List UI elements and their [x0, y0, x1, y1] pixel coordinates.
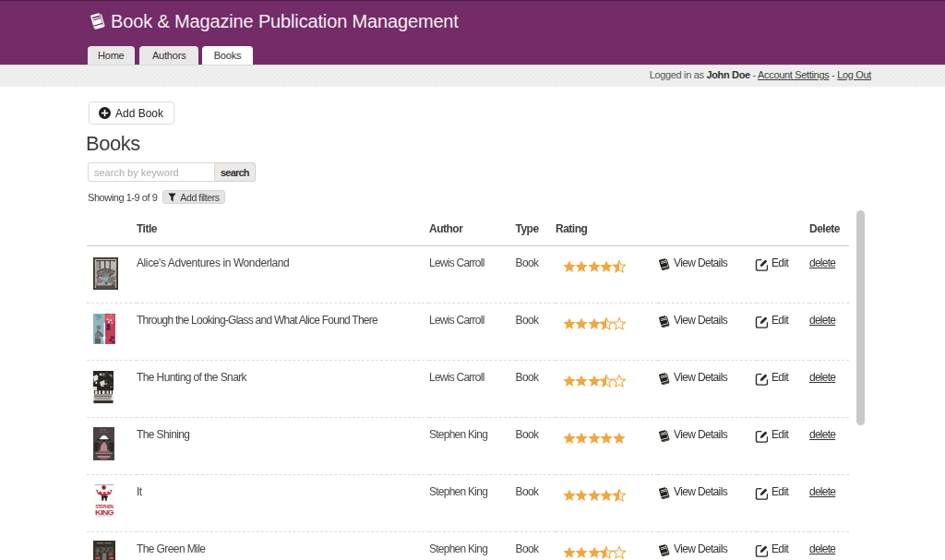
svg-text:KING: KING — [95, 507, 114, 516]
svg-text:KING: KING — [96, 544, 114, 554]
